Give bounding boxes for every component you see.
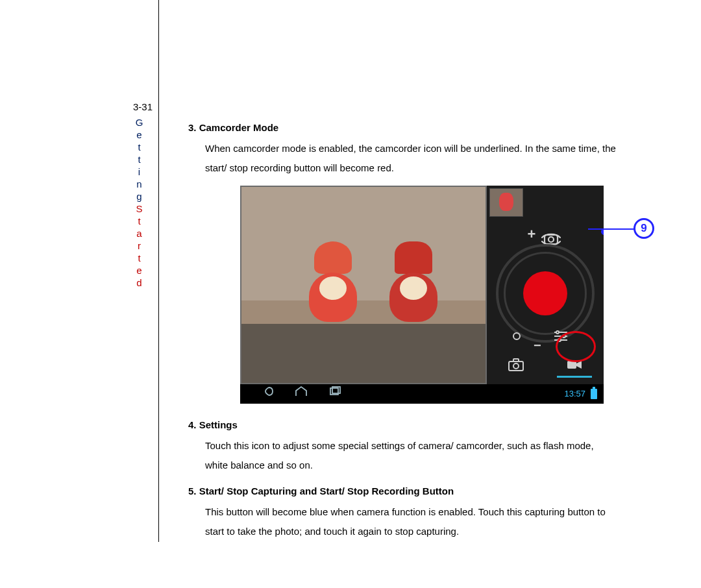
annotation-circle-camcorder [556, 331, 596, 362]
switch-camera-icon[interactable] [539, 227, 563, 241]
item-3-head: 3. Camcorder Mode [188, 118, 617, 138]
android-navbar: 13:57 [240, 384, 604, 404]
last-shot-thumbnail[interactable] [489, 188, 523, 217]
camcorder-underline [557, 376, 592, 378]
content-column: 3. Camcorder Mode When camcorder mode is… [188, 118, 617, 548]
item-3: 3. Camcorder Mode When camcorder mode is… [188, 118, 617, 178]
camera-preview [240, 186, 487, 384]
back-icon[interactable] [260, 386, 275, 403]
svg-point-9 [513, 363, 519, 369]
callout-bubble-9: 9 [633, 218, 654, 239]
record-button[interactable] [523, 271, 567, 315]
vertical-rule [158, 0, 159, 542]
preview-subject-1 [302, 244, 363, 322]
callout-line [588, 228, 635, 230]
camera-mode-button[interactable] [487, 350, 545, 379]
home-icon[interactable] [293, 386, 309, 403]
battery-icon [591, 389, 597, 399]
figure-wrap: + − [240, 186, 604, 404]
preview-subject-2 [383, 244, 444, 322]
svg-rect-10 [513, 359, 519, 361]
item-4: 4. Settings Touch this icon to adjust so… [188, 415, 617, 475]
zoom-plus-icon[interactable]: + [528, 220, 536, 249]
side-label-part1: Getting [134, 117, 145, 203]
section-side-label: GettingStarted [134, 117, 145, 289]
item-3-body: When camcorder mode is enabled, the camc… [205, 139, 617, 178]
camera-control-panel: + − [487, 186, 604, 384]
item-4-body: Touch this icon to adjust some special s… [205, 436, 617, 475]
item-4-title: Settings [199, 419, 238, 430]
item-5-head: 5. Start/ Stop Capturing and Start/ Stop… [188, 482, 617, 501]
item-3-title: Camcorder Mode [199, 122, 279, 133]
page-number: 3-31 [133, 101, 153, 112]
dial-indicator-icon [513, 332, 521, 340]
clock-text: 13:57 [564, 386, 585, 402]
svg-point-5 [556, 331, 559, 334]
camera-screenshot: + − [240, 186, 604, 404]
item-5: 5. Start/ Stop Capturing and Start/ Stop… [188, 482, 617, 541]
item-4-num: 4. [188, 419, 197, 430]
zoom-row: + [487, 225, 604, 244]
item-4-head: 4. Settings [188, 415, 617, 435]
item-5-body: This button will become blue when camera… [205, 502, 617, 541]
recents-icon[interactable] [327, 386, 343, 403]
item-3-num: 3. [188, 122, 197, 133]
item-5-num: 5. [188, 485, 197, 496]
svg-point-1 [548, 237, 554, 242]
side-label-part2: Started [134, 203, 145, 289]
item-5-title: Start/ Stop Capturing and Start/ Stop Re… [199, 485, 454, 496]
